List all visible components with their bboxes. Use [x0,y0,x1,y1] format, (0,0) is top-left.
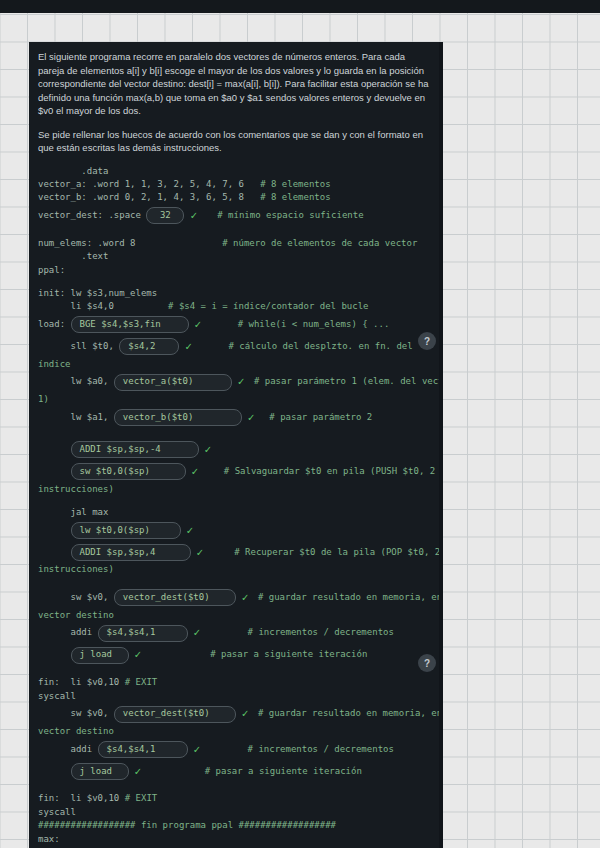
code-line: syscall [38,806,434,819]
code-comment: # 8 elementos [260,191,330,204]
correct-check-icon: ✓ [192,465,199,478]
answer-input[interactable]: ADDI $sp,$sp,4 [71,544,191,561]
answer-input[interactable]: 32 [146,207,184,224]
code-line: num_elems: .word 8 # número de elementos… [38,237,434,250]
code-comment: instrucciones) [38,483,114,496]
code-text: lw $a0, [38,375,114,388]
code-text [38,648,71,661]
answer-input[interactable]: j load [71,647,129,664]
answer-input[interactable]: BGE $s4,$s3,fin [71,316,189,333]
code-listing: .datavector_a: .word 1, 1, 3, 2, 5, 4, 7… [38,165,434,848]
desktop-grid-background: El siguiente programa recorre en paralel… [0,0,600,848]
code-text: max: [38,833,60,846]
correct-check-icon: ✓ [197,546,204,559]
code-text: ppal: [38,264,65,277]
code-comment: # EXIT [125,676,158,689]
code-text [38,524,71,537]
code-line: instrucciones) [38,563,434,576]
code-comment: # Recuperar $t0 de la pila (POP $t0, 2 [207,546,440,559]
code-line [38,782,434,792]
answer-input[interactable]: $s4,2 [119,338,179,355]
code-text: init: lw $s3,num_elems [38,287,157,300]
code-line: syscall [38,690,434,703]
code-line [38,496,434,506]
code-text: syscall [38,690,76,703]
code-line: fin: li $v0,10 # EXIT [38,676,434,689]
answer-input[interactable]: vector_dest($t0) [114,589,236,606]
code-text: fin: li $v0,10 [38,676,125,689]
code-line: j load✓ # pasar a siguiente iteración [38,760,434,782]
code-line: vector destino [38,609,434,622]
help-button[interactable]: ? [418,332,436,350]
correct-check-icon: ✓ [238,375,245,388]
code-text: addi [38,626,98,639]
correct-check-icon: ✓ [194,626,201,639]
code-comment: 1) [38,393,49,406]
code-line: max: [38,833,434,846]
code-text: sw $v0, [38,707,114,720]
code-line: sw $v0, vector_dest($t0)✓ # guardar resu… [38,587,434,609]
code-comment: # while(i < num_elems) { ... [205,318,389,331]
code-line: instrucciones) [38,483,434,496]
code-line: fin: li $v0,10 # EXIT [38,792,434,805]
correct-check-icon: ✓ [205,443,212,456]
code-line: lw $a0, vector_a($t0)✓ # pasar parámetro… [38,371,434,393]
intro-paragraph: Se pide rellenar los huecos de acuerdo c… [38,128,434,155]
code-text: vector_a: .word 1, 1, 3, 2, 5, 4, 7, 6 [38,178,260,191]
code-line: vector destino [38,725,434,738]
code-text: sw $v0, [38,591,114,604]
code-line: addi $s4,$s4,1✓ # incrementos / decremen… [38,738,434,760]
code-comment: instrucciones) [38,563,114,576]
answer-input[interactable]: lw $t0,0($sp) [71,522,181,539]
answer-input[interactable]: vector_a($t0) [114,374,232,391]
correct-check-icon: ✓ [190,209,197,222]
answer-input[interactable]: vector_dest($t0) [114,706,236,723]
code-comment: # Salvaguardar $t0 en pila (PUSH $t0, 2 [202,465,435,478]
code-line: load: BGE $s4,$s3,fin✓ # while(i < num_e… [38,314,434,336]
code-line: lw $a1, vector_b($t0)✓ # pasar parámetro… [38,407,434,429]
code-comment: # pasar parámetro 1 (elem. del vector [248,375,443,388]
code-text: .text [38,250,108,263]
code-comment: # incrementos / decrementos [204,626,394,639]
correct-check-icon: ✓ [242,591,249,604]
code-text: lw $a1, [38,411,114,424]
code-text: vector_dest: .space [38,209,146,222]
code-text [38,443,71,456]
correct-check-icon: ✓ [187,524,194,537]
intro-paragraph: El siguiente programa recorre en paralel… [38,50,434,118]
code-line: jal max [38,506,434,519]
answer-input[interactable]: j load [71,763,129,780]
code-text: load: [38,318,71,331]
code-line: .data [38,165,434,178]
code-line: j load✓ # pasar a siguiente iteración [38,644,434,666]
exercise-instructions: El siguiente programa recorre en paralel… [38,50,434,155]
correct-check-icon: ✓ [194,743,201,756]
code-text: .data [38,165,108,178]
answer-input[interactable]: ADDI $sp,$sp,-4 [71,441,199,458]
code-line [38,666,434,676]
code-text: addi [38,743,98,756]
code-line: ADDI $sp,$sp,4✓ # Recuperar $t0 de la pi… [38,541,434,563]
code-text: jal max [38,506,108,519]
code-line: ppal: [38,264,434,277]
code-comment: # guardar resultado en memoria, en [252,591,442,604]
code-comment: # cálculo del desplzto. en fn. del [196,340,413,353]
code-comment: vector destino [38,725,114,738]
correct-check-icon: ✓ [185,340,192,353]
help-button[interactable]: ? [418,654,436,672]
correct-check-icon: ✓ [248,411,255,424]
code-line: sw $v0, vector_dest($t0)✓ # guardar resu… [38,703,434,725]
code-line [38,429,434,439]
answer-input[interactable]: $s4,$s4,1 [98,625,188,642]
answer-input[interactable]: sw $t0,0($sp) [71,463,186,480]
correct-check-icon: ✓ [135,765,142,778]
code-line: ADDI $sp,$sp,-4✓ [38,439,434,461]
code-line: addi $s4,$s4,1✓ # incrementos / decremen… [38,622,434,644]
code-text: fin: li $v0,10 [38,792,125,805]
code-line [38,277,434,287]
code-line: ################## fin programa ppal ###… [38,819,434,832]
answer-input[interactable]: $s4,$s4,1 [98,741,188,758]
correct-check-icon: ✓ [242,707,249,720]
answer-input[interactable]: vector_b($t0) [114,409,242,426]
code-text [38,765,71,778]
